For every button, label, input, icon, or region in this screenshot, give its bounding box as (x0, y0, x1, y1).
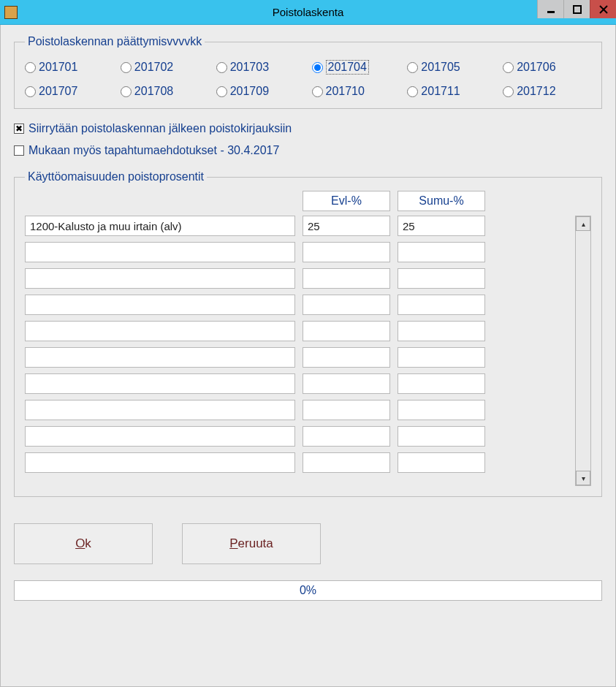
desc-input[interactable] (25, 216, 295, 236)
evl-input[interactable] (303, 242, 390, 262)
cancel-button[interactable]: Peruuta (182, 523, 321, 564)
check-goto-bookings-label: Siirrytään poistolaskennan jälkeen poist… (28, 122, 292, 135)
checkbox-icon: ✖ (14, 124, 24, 134)
window-body: Poistolaskennan päättymisvvvvkk 201701 2… (0, 25, 616, 687)
scroll-up-arrow-icon[interactable]: ▴ (576, 216, 590, 231)
period-option-201705[interactable]: 201705 (407, 60, 495, 75)
sumu-input[interactable] (398, 426, 485, 447)
check-include-proposals-label: Mukaan myös tapahtumaehdotukset - 30.4.2… (28, 144, 279, 157)
period-option-201703[interactable]: 201703 (216, 60, 305, 75)
percent-legend: Käyttöomaisuuden poistoprosentit (25, 170, 207, 183)
table-row (25, 268, 568, 289)
svg-rect-0 (547, 11, 555, 13)
period-option-201711[interactable]: 201711 (407, 85, 495, 98)
minimize-icon (547, 5, 555, 14)
ok-button[interactable]: Ok (14, 523, 153, 564)
period-option-201701[interactable]: 201701 (25, 60, 113, 75)
period-option-201710[interactable]: 201710 (312, 85, 400, 98)
desc-input[interactable] (25, 347, 295, 368)
sumu-input[interactable] (398, 347, 485, 368)
titlebar: Poistolaskenta (0, 0, 616, 25)
desc-input[interactable] (25, 400, 295, 420)
svg-rect-1 (574, 6, 581, 13)
period-label: 201707 (39, 85, 77, 98)
period-radio-201712[interactable] (503, 86, 514, 97)
evl-input[interactable] (303, 426, 390, 447)
checkbox-icon (14, 145, 24, 156)
table-row (25, 452, 568, 473)
period-radio-201708[interactable] (121, 86, 132, 97)
desc-input[interactable] (25, 373, 295, 394)
period-radio-201711[interactable] (407, 86, 418, 97)
evl-input[interactable] (303, 321, 390, 341)
minimize-button[interactable] (537, 0, 563, 18)
evl-input[interactable] (303, 268, 390, 289)
evl-input[interactable] (303, 373, 390, 394)
period-radio-201703[interactable] (216, 62, 227, 73)
desc-input[interactable] (25, 295, 295, 315)
sumu-input[interactable] (398, 373, 485, 394)
period-radio-201704[interactable] (312, 62, 323, 73)
desc-input[interactable] (25, 242, 295, 262)
percent-rows (25, 216, 568, 479)
period-radio-201701[interactable] (25, 62, 36, 73)
table-row (25, 400, 568, 420)
check-goto-bookings[interactable]: ✖ Siirrytään poistolaskennan jälkeen poi… (14, 122, 602, 135)
percent-headers: Evl-% Sumu-% (25, 191, 591, 211)
ok-button-label: O (75, 536, 85, 550)
period-radio-201706[interactable] (503, 62, 514, 73)
period-legend: Poistolaskennan päättymisvvvvkk (25, 35, 205, 48)
sumu-input[interactable] (398, 295, 485, 315)
close-button[interactable] (590, 0, 616, 18)
period-label: 201702 (134, 61, 173, 74)
period-radio-grid: 201701 201702 201703 201704 201705 20170… (25, 60, 591, 98)
period-label: 201706 (517, 61, 555, 74)
period-option-201712[interactable]: 201712 (503, 85, 591, 98)
evl-input[interactable] (303, 400, 390, 420)
evl-input[interactable] (303, 295, 390, 315)
period-option-201707[interactable]: 201707 (25, 85, 113, 98)
period-label: 201712 (517, 85, 555, 98)
cancel-button-label: P (229, 536, 237, 550)
period-radio-201710[interactable] (312, 86, 323, 97)
desc-input[interactable] (25, 452, 295, 473)
desc-input[interactable] (25, 268, 295, 289)
table-row (25, 321, 568, 341)
period-option-201706[interactable]: 201706 (503, 60, 591, 75)
period-label: 201710 (326, 85, 365, 98)
vertical-scrollbar[interactable]: ▴ ▾ (575, 216, 591, 486)
evl-input[interactable] (303, 452, 390, 473)
sumu-input[interactable] (398, 268, 485, 289)
evl-input[interactable] (303, 347, 390, 368)
period-radio-201709[interactable] (216, 86, 227, 97)
period-option-201704[interactable]: 201704 (312, 60, 400, 75)
close-icon (599, 5, 608, 14)
percent-body: ▴ ▾ (25, 216, 591, 486)
header-sumu: Sumu-% (398, 191, 485, 211)
table-row (25, 373, 568, 394)
evl-input[interactable] (303, 216, 390, 236)
period-radio-201702[interactable] (121, 62, 132, 73)
period-label: 201708 (134, 85, 173, 98)
scroll-down-arrow-icon[interactable]: ▾ (576, 471, 590, 485)
table-row (25, 216, 568, 236)
period-option-201708[interactable]: 201708 (121, 85, 209, 98)
check-include-proposals[interactable]: Mukaan myös tapahtumaehdotukset - 30.4.2… (14, 144, 602, 157)
window-controls (537, 0, 616, 18)
maximize-button[interactable] (563, 0, 590, 18)
sumu-input[interactable] (398, 452, 485, 473)
period-option-201702[interactable]: 201702 (121, 60, 209, 75)
table-row (25, 426, 568, 447)
progress-text: 0% (300, 584, 316, 597)
period-option-201709[interactable]: 201709 (216, 85, 305, 98)
period-radio-201705[interactable] (407, 62, 418, 73)
sumu-input[interactable] (398, 242, 485, 262)
sumu-input[interactable] (398, 400, 485, 420)
desc-input[interactable] (25, 426, 295, 447)
sumu-input[interactable] (398, 321, 485, 341)
button-row: Ok Peruuta (14, 523, 602, 564)
period-label: 201709 (230, 85, 269, 98)
sumu-input[interactable] (398, 216, 485, 236)
desc-input[interactable] (25, 321, 295, 341)
period-radio-201707[interactable] (25, 86, 36, 97)
